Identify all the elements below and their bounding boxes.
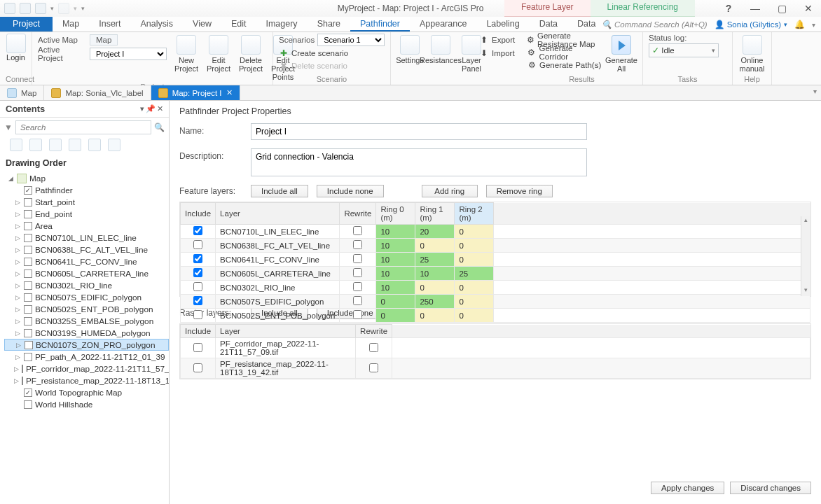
- qat-more-icon[interactable]: ▾: [81, 5, 85, 12]
- list-by-source-icon[interactable]: [29, 139, 42, 151]
- active-project-dropdown[interactable]: Project I: [90, 48, 167, 60]
- tree-node[interactable]: ▷PF_corridor_map_2022-11-21T11_57_09.tif: [4, 363, 169, 374]
- tree-node[interactable]: ▷BCN0641L_FC_CONV_line: [4, 255, 169, 267]
- ring2-cell[interactable]: 0: [455, 309, 494, 323]
- gen-corridor-button[interactable]: ⚙Generate Corridor: [527, 46, 602, 58]
- include-checkbox[interactable]: [193, 310, 202, 319]
- add-ring-button[interactable]: Add ring: [422, 185, 478, 197]
- tree-node[interactable]: ▷BCN0319S_HUMEDA_polygon: [4, 327, 169, 339]
- twisty-icon[interactable]: ▷: [14, 306, 21, 313]
- include-checkbox[interactable]: [193, 240, 202, 249]
- col-include[interactable]: Include: [181, 203, 216, 225]
- twisty-icon[interactable]: ▷: [14, 258, 21, 265]
- twisty-icon[interactable]: ▷: [14, 246, 21, 253]
- list-by-snapping-icon[interactable]: [88, 139, 101, 151]
- remove-ring-button[interactable]: Remove ring: [486, 185, 553, 197]
- tree-node[interactable]: ▷PF_path_A_2022-11-21T12_01_39: [4, 351, 169, 363]
- online-manual-button[interactable]: Online manual: [737, 34, 768, 74]
- ring0-cell[interactable]: 0: [376, 309, 415, 323]
- table-row[interactable]: PF_corridor_map_2022-11-21T11_57_09.tif: [181, 338, 810, 358]
- tree-node[interactable]: ▷Area: [4, 220, 169, 232]
- ring2-cell[interactable]: 0: [455, 295, 494, 309]
- col-ring0[interactable]: Ring 0 (m): [376, 203, 415, 225]
- user-account[interactable]: 👤Sonia (Gilytics) ▾: [715, 20, 787, 29]
- include-checkbox[interactable]: [193, 282, 202, 291]
- layer-checkbox[interactable]: [24, 210, 32, 218]
- login-icon[interactable]: [6, 34, 26, 53]
- tree-node[interactable]: ▷Start_point: [4, 196, 169, 208]
- twisty-icon[interactable]: ▷: [14, 330, 21, 337]
- menu-tab-appearance[interactable]: Appearance: [410, 17, 476, 31]
- description-input[interactable]: [251, 148, 587, 176]
- menu-tab-map[interactable]: Map: [53, 17, 89, 31]
- menu-tab-edit[interactable]: Edit: [221, 17, 256, 31]
- layer-checkbox[interactable]: [24, 281, 32, 290]
- ring1-cell[interactable]: 10: [415, 267, 455, 281]
- tree-node[interactable]: ▷BCN0638L_FC_ALT_VEL_line: [4, 244, 169, 255]
- qat-redo-icon[interactable]: [58, 3, 69, 14]
- twisty-icon[interactable]: ▷: [14, 211, 21, 218]
- ribbon-edit-button[interactable]: Edit Project: [203, 34, 234, 83]
- layer-checkbox[interactable]: [24, 234, 32, 242]
- table-row[interactable]: BCN0605L_CARRETERA_line101025: [181, 267, 810, 281]
- table-row[interactable]: BCN0502S_ENT_POB_polygon000: [181, 309, 810, 323]
- twisty-icon[interactable]: ▷: [14, 365, 19, 372]
- ribbon-collapse-icon[interactable]: ▾: [812, 21, 815, 29]
- ring1-cell[interactable]: 250: [415, 295, 455, 309]
- table-scrollbar[interactable]: ▴▾: [801, 216, 810, 296]
- rewrite-checkbox[interactable]: [353, 282, 362, 291]
- layer-checkbox[interactable]: [24, 305, 32, 314]
- layer-checkbox[interactable]: [24, 186, 32, 195]
- qat-redo-drop-icon[interactable]: ▾: [74, 5, 77, 12]
- discard-changes-button[interactable]: Discard changes: [730, 482, 811, 494]
- ring2-cell[interactable]: 0: [455, 253, 494, 267]
- ring1-cell[interactable]: 20: [415, 225, 455, 239]
- menu-tab-data[interactable]: Data: [567, 17, 605, 31]
- ring0-cell[interactable]: 0: [376, 295, 415, 309]
- command-search[interactable]: 🔍Command Search (Alt+Q): [602, 20, 708, 29]
- ring2-cell[interactable]: 0: [455, 281, 494, 295]
- contents-search-input[interactable]: [15, 120, 151, 134]
- col-layer[interactable]: Layer: [216, 203, 340, 225]
- include-checkbox[interactable]: [193, 254, 202, 263]
- twisty-icon[interactable]: ▷: [14, 377, 19, 384]
- twisty-icon[interactable]: ◢: [7, 175, 14, 182]
- minimize-icon[interactable]: —: [745, 3, 765, 14]
- scenario-dropdown[interactable]: Scenario 1: [317, 34, 385, 46]
- twisty-icon[interactable]: ▷: [14, 318, 21, 325]
- menu-tab-imagery[interactable]: Imagery: [256, 17, 307, 31]
- tree-node[interactable]: ▷BCN0507S_EDIFIC_polygon: [4, 291, 169, 303]
- rewrite-checkbox[interactable]: [369, 343, 378, 352]
- tree-node[interactable]: Pathfinder: [4, 184, 169, 196]
- include-all-button[interactable]: Include all: [251, 185, 308, 197]
- table-row[interactable]: BCN0638L_FC_ALT_VEL_line1000: [181, 239, 810, 253]
- export-button[interactable]: ⬆Export: [479, 34, 515, 46]
- context-tab-feature-layer[interactable]: Feature Layer: [504, 0, 591, 17]
- include-none-button[interactable]: Include none: [317, 185, 384, 197]
- rcol-layer[interactable]: Layer: [216, 325, 356, 338]
- include-checkbox[interactable]: [193, 363, 202, 372]
- create-scenario-button[interactable]: ✚Create scenario: [279, 47, 385, 59]
- ring2-cell[interactable]: 25: [455, 267, 494, 281]
- tree-node[interactable]: ▷BCN0605L_CARRETERA_line: [4, 267, 169, 279]
- tab-close-icon[interactable]: ✕: [226, 88, 233, 97]
- layer-checkbox[interactable]: [24, 317, 32, 326]
- name-input[interactable]: [251, 123, 587, 140]
- apply-changes-button[interactable]: Apply changes: [651, 482, 724, 494]
- col-rewrite[interactable]: Rewrite: [340, 203, 376, 225]
- status-dropdown[interactable]: ✓ Idle▾: [649, 43, 719, 57]
- search-icon[interactable]: 🔍: [154, 122, 165, 132]
- include-checkbox[interactable]: [193, 296, 202, 305]
- twisty-icon[interactable]: ▷: [14, 294, 21, 301]
- layer-checkbox[interactable]: [24, 198, 32, 206]
- tree-node[interactable]: World Topographic Map: [4, 386, 169, 398]
- twisty-icon[interactable]: ▷: [14, 270, 21, 277]
- layer-checkbox[interactable]: [25, 341, 33, 349]
- layer-checkbox[interactable]: [24, 246, 32, 254]
- twisty-icon[interactable]: ▷: [14, 199, 21, 206]
- ring0-cell[interactable]: 10: [376, 239, 415, 253]
- ring1-cell[interactable]: 25: [415, 253, 455, 267]
- rewrite-checkbox[interactable]: [353, 310, 362, 319]
- rewrite-checkbox[interactable]: [353, 296, 362, 305]
- qat-save-icon[interactable]: [4, 3, 15, 14]
